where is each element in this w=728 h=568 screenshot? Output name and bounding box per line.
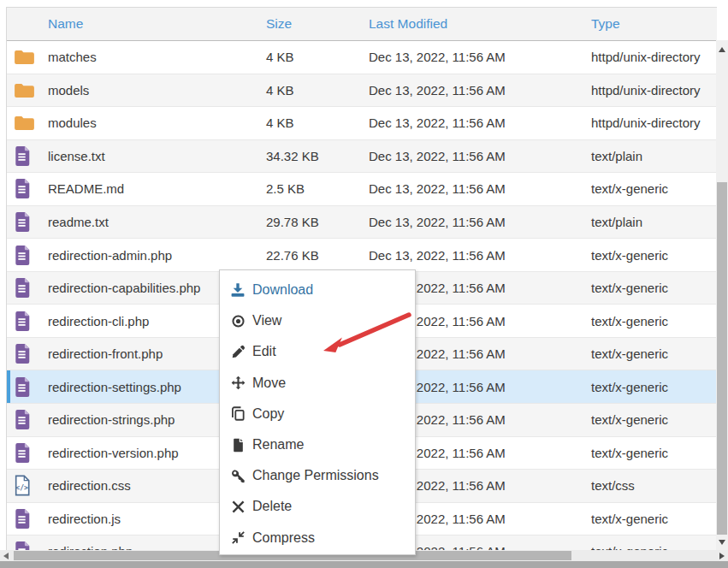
menu-item-delete[interactable]: Delete xyxy=(220,491,415,522)
folder-icon xyxy=(7,82,48,98)
vertical-scrollbar[interactable] xyxy=(716,40,728,550)
menu-item-view[interactable]: View xyxy=(220,305,415,336)
table-row[interactable]: redirection-admin.php22.76 KBDec 13, 202… xyxy=(7,239,717,272)
menu-item-label: Change Permissions xyxy=(252,468,379,483)
bottom-strip xyxy=(0,561,728,568)
download-icon xyxy=(230,282,246,298)
menu-item-label: View xyxy=(252,313,281,328)
menu-item-label: Edit xyxy=(252,344,276,359)
menu-item-edit[interactable]: Edit xyxy=(220,336,415,367)
file-name[interactable]: readme.txt xyxy=(48,215,266,229)
file-type: text/x-generic xyxy=(591,281,717,295)
column-header-type[interactable]: Type xyxy=(591,16,717,32)
column-header-size[interactable]: Size xyxy=(266,16,369,32)
table-row[interactable]: license.txt34.32 KBDec 13, 2022, 11:56 A… xyxy=(7,140,717,174)
file-size: 29.78 KB xyxy=(266,215,369,229)
file-size: 2.5 KB xyxy=(266,181,369,196)
table-row[interactable]: modules4 KBDec 13, 2022, 11:56 AMhttpd/u… xyxy=(7,107,717,140)
menu-item-change-permissions[interactable]: Change Permissions xyxy=(220,460,415,491)
context-menu: DownloadViewEditMoveCopyRenameChange Per… xyxy=(219,269,416,555)
menu-item-rename[interactable]: Rename xyxy=(220,429,415,460)
copy-icon xyxy=(230,406,246,422)
menu-item-copy[interactable]: Copy xyxy=(220,399,415,429)
delete-icon xyxy=(230,499,246,514)
view-icon xyxy=(230,313,246,328)
file-icon xyxy=(7,211,48,233)
file-type: text/x-generic xyxy=(591,314,717,328)
menu-item-label: Download xyxy=(252,282,313,298)
svg-text:</>: </> xyxy=(15,484,28,492)
key-icon xyxy=(230,468,246,483)
column-header-last-modified[interactable]: Last Modified xyxy=(369,16,591,32)
file-icon xyxy=(7,245,48,266)
table-row[interactable]: matches4 KBDec 13, 2022, 11:56 AMhttpd/u… xyxy=(7,41,717,74)
file-modified: Dec 13, 2022, 11:56 AM xyxy=(369,50,591,64)
file-modified: Dec 13, 2022, 11:56 AM xyxy=(369,248,591,263)
file-type: text/plain xyxy=(591,215,717,229)
file-size: 22.76 KB xyxy=(266,248,369,263)
file-type: text/x-generic xyxy=(591,380,717,394)
file-name[interactable]: license.txt xyxy=(48,149,266,163)
file-type: httpd/unix-directory xyxy=(591,83,717,98)
menu-item-move[interactable]: Move xyxy=(220,368,415,399)
file-type: httpd/unix-directory xyxy=(591,115,717,130)
scroll-down-arrow-icon[interactable] xyxy=(719,540,725,545)
file-type: text/x-generic xyxy=(591,512,717,526)
menu-item-label: Delete xyxy=(252,499,292,514)
menu-item-label: Compress xyxy=(252,530,315,546)
edit-icon xyxy=(230,344,246,359)
file-type: text/css xyxy=(591,478,717,493)
file-type: text/x-generic xyxy=(591,346,717,361)
scroll-right-arrow-icon[interactable] xyxy=(719,553,725,559)
menu-item-label: Copy xyxy=(252,406,284,422)
file-type: text/plain xyxy=(591,149,717,163)
file-name[interactable]: README.md xyxy=(48,181,266,196)
file-name[interactable]: matches xyxy=(48,50,266,64)
file-size: 4 KB xyxy=(266,115,369,130)
file-modified: Dec 13, 2022, 11:56 AM xyxy=(369,115,591,130)
file-modified: Dec 13, 2022, 11:56 AM xyxy=(369,181,591,196)
file-type: text/x-generic xyxy=(591,248,717,263)
file-type: text/x-generic xyxy=(591,446,717,460)
file-size: 4 KB xyxy=(266,50,369,64)
file-icon xyxy=(7,409,48,430)
column-header-name[interactable]: Name xyxy=(48,16,266,32)
table-row[interactable]: readme.txt29.78 KBDec 13, 2022, 11:56 AM… xyxy=(7,206,717,240)
file-type: text/x-generic xyxy=(591,412,717,427)
folder-icon xyxy=(7,49,48,65)
file-icon xyxy=(7,376,48,398)
file-icon xyxy=(7,343,48,364)
file-type: httpd/unix-directory xyxy=(591,50,717,64)
menu-item-label: Move xyxy=(252,376,286,391)
file-size: 4 KB xyxy=(266,83,369,98)
file-size: 34.32 KB xyxy=(266,149,369,163)
rename-icon xyxy=(230,437,246,453)
file-modified: Dec 13, 2022, 11:56 AM xyxy=(369,149,591,163)
menu-item-download[interactable]: Download xyxy=(220,275,415,305)
file-icon xyxy=(7,277,48,299)
file-icon xyxy=(7,311,48,332)
file-modified: Dec 13, 2022, 11:56 AM xyxy=(369,83,591,98)
table-row[interactable]: README.md2.5 KBDec 13, 2022, 11:56 AMtex… xyxy=(7,173,717,206)
file-name[interactable]: modules xyxy=(48,115,266,130)
scroll-up-arrow-icon[interactable] xyxy=(719,47,725,52)
file-icon xyxy=(7,442,48,464)
file-icon xyxy=(7,145,48,167)
file-modified: Dec 13, 2022, 11:56 AM xyxy=(369,215,591,229)
file-name[interactable]: models xyxy=(48,83,266,98)
file-type: text/x-generic xyxy=(591,181,717,196)
compress-icon xyxy=(230,530,246,546)
menu-item-label: Rename xyxy=(252,437,304,453)
file-name[interactable]: redirection-admin.php xyxy=(48,248,266,263)
file-icon xyxy=(7,178,48,199)
move-icon xyxy=(230,376,246,391)
vertical-scrollbar-thumb[interactable] xyxy=(717,182,727,535)
menu-item-compress[interactable]: Compress xyxy=(220,523,415,553)
table-row[interactable]: models4 KBDec 13, 2022, 11:56 AMhttpd/un… xyxy=(7,74,717,108)
scroll-left-arrow-icon[interactable] xyxy=(3,553,9,559)
folder-icon xyxy=(7,115,48,131)
code-file-icon: </> xyxy=(7,475,48,496)
table-header: Name Size Last Modified Type xyxy=(7,8,717,41)
file-icon xyxy=(7,508,48,530)
